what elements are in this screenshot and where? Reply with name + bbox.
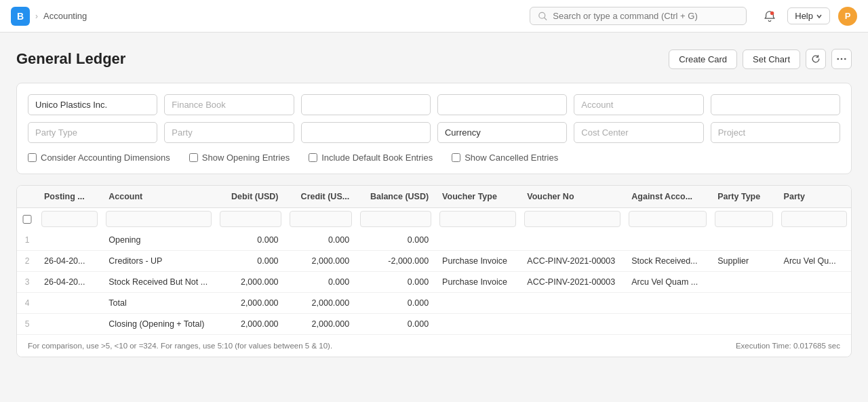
col-credit: Credit (US... bbox=[285, 186, 357, 208]
table-row: 5 Closing (Opening + Total) 2,000.000 2,… bbox=[17, 314, 851, 335]
cell-against-account bbox=[625, 293, 711, 314]
finance-book-input[interactable] bbox=[164, 94, 294, 115]
include-default-input[interactable] bbox=[309, 153, 317, 162]
breadcrumb-label[interactable]: Accounting bbox=[43, 11, 87, 21]
show-opening-input[interactable] bbox=[189, 153, 198, 162]
cell-party: Arcu Vel Qu... bbox=[777, 251, 851, 272]
filter-party-input[interactable] bbox=[781, 211, 847, 227]
cell-debit: 2,000.000 bbox=[216, 314, 285, 335]
from-date-input[interactable]: 26-04-2021 bbox=[301, 94, 431, 115]
currency-select[interactable]: Currency bbox=[437, 122, 567, 143]
cell-voucher-no bbox=[520, 314, 625, 335]
show-cancelled-input[interactable] bbox=[452, 153, 460, 162]
col-party-type: Party Type bbox=[711, 186, 776, 208]
cell-against-account bbox=[625, 314, 711, 335]
cell-balance: -2,000.000 bbox=[356, 251, 435, 272]
cell-voucher-type bbox=[435, 314, 520, 335]
col-rownum bbox=[17, 186, 37, 208]
create-card-button[interactable]: Create Card bbox=[669, 49, 737, 69]
notification-bell-icon[interactable] bbox=[760, 7, 779, 26]
cost-center-input[interactable] bbox=[574, 122, 703, 143]
filter-voucher-no-input[interactable] bbox=[524, 211, 620, 227]
cell-voucher-no bbox=[520, 230, 625, 251]
show-cancelled-checkbox[interactable]: Show Cancelled Entries bbox=[452, 153, 558, 163]
svg-point-2 bbox=[770, 11, 774, 14]
filter-balance-input[interactable] bbox=[360, 211, 431, 227]
filter-debit-input[interactable] bbox=[220, 211, 281, 227]
cell-rownum: 4 bbox=[17, 293, 37, 314]
search-bar[interactable] bbox=[530, 7, 747, 25]
cell-voucher-type bbox=[435, 293, 520, 314]
svg-point-5 bbox=[844, 58, 846, 60]
table-wrapper: Posting ... Account Debit (USD) Credit (… bbox=[16, 185, 852, 357]
filter-card: 26-04-2021 26-04-2021 ACC-PINV-2021-0000… bbox=[16, 83, 852, 174]
include-default-label: Include Default Book Entries bbox=[321, 153, 433, 163]
cell-party-type bbox=[711, 272, 776, 293]
filter-voucher-no-cell bbox=[520, 208, 625, 230]
more-icon bbox=[837, 54, 846, 64]
cell-account: Opening bbox=[102, 230, 215, 251]
filter-against-input[interactable] bbox=[629, 211, 707, 227]
cell-debit: 2,000.000 bbox=[216, 293, 285, 314]
cell-party bbox=[777, 314, 851, 335]
show-opening-checkbox[interactable]: Show Opening Entries bbox=[189, 153, 290, 163]
cell-party-type bbox=[711, 314, 776, 335]
cell-voucher-no: ACC-PINV-2021-00003 bbox=[520, 251, 625, 272]
filter-against-cell bbox=[625, 208, 711, 230]
search-input[interactable] bbox=[553, 11, 738, 21]
include-default-checkbox[interactable]: Include Default Book Entries bbox=[309, 153, 433, 163]
breadcrumb-separator: › bbox=[35, 12, 38, 21]
consider-accounting-input[interactable] bbox=[28, 153, 37, 162]
cell-against-account: Stock Received... bbox=[625, 251, 711, 272]
filter-account-cell bbox=[102, 208, 215, 230]
company-input[interactable] bbox=[28, 94, 157, 115]
filter-posting-date-input[interactable] bbox=[41, 211, 98, 227]
filter-row-2: Group by Voucher (Consol Currency bbox=[28, 122, 840, 143]
filter-row-1: 26-04-2021 26-04-2021 ACC-PINV-2021-0000… bbox=[28, 94, 840, 115]
select-all-checkbox[interactable] bbox=[21, 215, 33, 224]
help-button[interactable]: Help bbox=[787, 7, 830, 24]
table-row: 1 Opening 0.000 0.000 0.000 bbox=[17, 230, 851, 251]
col-account: Account bbox=[102, 186, 215, 208]
refresh-button[interactable] bbox=[806, 49, 826, 69]
cell-balance: 0.000 bbox=[356, 314, 435, 335]
cell-account: Closing (Opening + Total) bbox=[102, 314, 215, 335]
cell-party-type bbox=[711, 293, 776, 314]
consider-accounting-checkbox[interactable]: Consider Accounting Dimensions bbox=[28, 153, 170, 163]
group-by-input[interactable]: Group by Voucher (Consol bbox=[301, 122, 431, 143]
cell-rownum: 5 bbox=[17, 314, 37, 335]
voucher-no-input[interactable]: ACC-PINV-2021-00003 bbox=[711, 94, 840, 115]
cell-party-type: Supplier bbox=[711, 251, 776, 272]
filter-voucher-type-input[interactable] bbox=[439, 211, 516, 227]
cell-debit: 2,000.000 bbox=[216, 272, 285, 293]
svg-point-4 bbox=[841, 58, 843, 60]
more-options-button[interactable] bbox=[831, 49, 852, 69]
page-title: General Ledger bbox=[16, 50, 125, 68]
table-body: 1 Opening 0.000 0.000 0.000 2 26-04-20..… bbox=[17, 230, 851, 334]
party-input[interactable] bbox=[164, 122, 294, 143]
page: General Ledger Create Card Set Chart bbox=[0, 33, 868, 402]
account-input[interactable] bbox=[574, 94, 703, 115]
filter-party-type-input[interactable] bbox=[715, 211, 772, 227]
to-date-input[interactable]: 26-04-2021 bbox=[437, 94, 567, 115]
cell-party-type bbox=[711, 230, 776, 251]
project-input[interactable] bbox=[711, 122, 840, 143]
app-icon[interactable]: B bbox=[11, 7, 30, 26]
filter-party-type-cell bbox=[711, 208, 776, 230]
table-filter-row bbox=[17, 208, 851, 230]
cell-voucher-no bbox=[520, 293, 625, 314]
filter-account-input[interactable] bbox=[106, 211, 211, 227]
svg-point-3 bbox=[837, 58, 839, 60]
help-label: Help bbox=[795, 11, 813, 21]
cell-posting-date bbox=[37, 314, 102, 335]
chevron-down-icon bbox=[816, 13, 823, 20]
cell-balance: 0.000 bbox=[356, 230, 435, 251]
svg-line-1 bbox=[545, 18, 547, 20]
filter-posting-date-cell bbox=[37, 208, 102, 230]
set-chart-button[interactable]: Set Chart bbox=[743, 49, 800, 69]
filter-credit-input[interactable] bbox=[290, 211, 353, 227]
party-type-input[interactable] bbox=[28, 122, 157, 143]
cell-voucher-type: Purchase Invoice bbox=[435, 272, 520, 293]
avatar[interactable]: P bbox=[838, 7, 857, 26]
cell-posting-date: 26-04-20... bbox=[37, 272, 102, 293]
